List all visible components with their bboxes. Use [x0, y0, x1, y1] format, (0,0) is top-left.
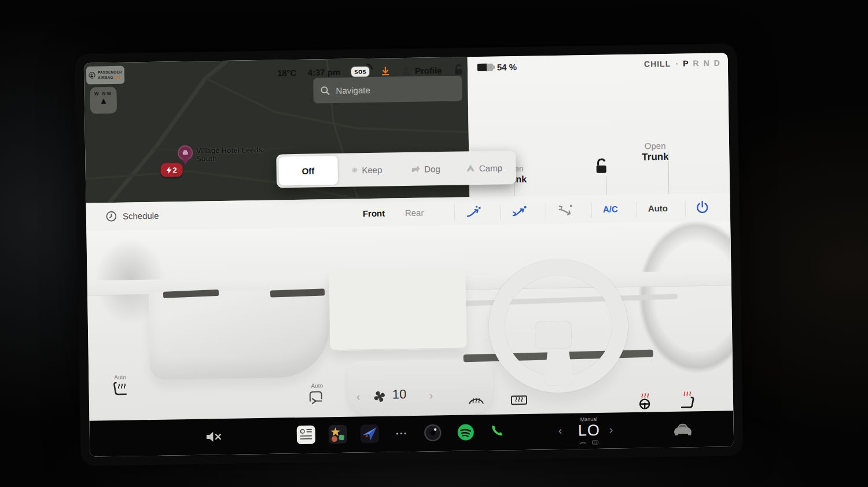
passenger-airbag-badge: PASSENGER AIRBAG ON — [86, 66, 124, 85]
search-icon — [320, 86, 330, 96]
dashboard-render — [86, 221, 733, 420]
separator-dot — [676, 63, 678, 64]
recirculation-auto-label: Auto — [311, 382, 323, 389]
sos-button[interactable]: sos — [351, 67, 369, 76]
phone-icon[interactable] — [489, 423, 505, 440]
mute-button[interactable] — [205, 430, 223, 443]
tab-rear[interactable]: Rear — [405, 208, 424, 218]
navigation-app-icon[interactable] — [361, 424, 379, 443]
climate-keeper-keep-option[interactable]: ❄ Keep — [337, 155, 396, 185]
vent-feet-button[interactable] — [557, 204, 573, 217]
active-defrost-indicators — [571, 440, 607, 446]
vent-face-button[interactable] — [466, 205, 482, 218]
navigate-search-input[interactable] — [336, 84, 440, 96]
spotify-icon[interactable] — [456, 422, 476, 442]
fan-icon — [372, 389, 388, 405]
profile-button[interactable]: Profile — [402, 65, 442, 76]
fan-speed-decrease-button[interactable]: ‹ — [356, 391, 361, 402]
gear-r: R — [693, 58, 698, 68]
tesla-touchscreen: Village Hotel Leeds South 2 A — [84, 53, 734, 456]
tab-front[interactable]: Front — [363, 208, 385, 219]
driver-seat-auto-label: Auto — [114, 374, 126, 380]
arcade-app-icon[interactable] — [329, 425, 347, 444]
lightning-icon — [166, 166, 171, 174]
outside-temperature: 18°C — [277, 68, 297, 78]
air-recirculation-button[interactable] — [307, 389, 325, 404]
vent-face-feet-button[interactable] — [512, 204, 528, 217]
front-defrost-mini-icon — [579, 440, 587, 446]
lock-status-icon[interactable] — [453, 64, 464, 75]
gear-indicator: P R N D — [683, 58, 720, 68]
vehicle-controls-icon[interactable] — [671, 422, 694, 437]
person-icon — [402, 65, 411, 75]
unlocked-padlock-button[interactable] — [593, 158, 609, 175]
gear-d: D — [714, 58, 720, 68]
clock-icon — [106, 211, 117, 222]
drive-mode-status: CHILL P R N D — [644, 58, 720, 69]
temp-decrease-button[interactable]: ‹ — [558, 425, 562, 436]
passenger-seat-heater-button[interactable] — [678, 390, 696, 409]
temperature-control[interactable]: Manual LO — [571, 416, 607, 446]
gear-n: N — [703, 58, 709, 68]
climate-keeper-dog-option[interactable]: Dog — [396, 154, 455, 184]
profile-label: Profile — [415, 65, 442, 76]
map-poi-label: Village Hotel Leeds South — [196, 146, 263, 164]
hotel-icon — [182, 149, 189, 156]
fan-speed-value: 10 — [392, 387, 407, 402]
wheel-hub — [535, 321, 572, 349]
dog-icon — [411, 165, 420, 173]
map-pin-supercharger[interactable]: 2 — [160, 163, 182, 177]
tent-icon — [466, 164, 475, 171]
battery-percent: 54 % — [497, 62, 517, 72]
sos-phone-icon — [366, 63, 373, 69]
ac-button[interactable]: A/C — [603, 204, 618, 214]
driver-seat-heater-button[interactable] — [112, 381, 129, 398]
front-defrost-button[interactable] — [468, 393, 485, 407]
temp-value[interactable]: LO — [571, 422, 607, 439]
wheel-spoke — [543, 347, 574, 386]
acceleration-mode-label: CHILL — [644, 59, 671, 69]
more-apps-button[interactable]: ••• — [392, 430, 412, 437]
dashcam-icon[interactable] — [423, 423, 443, 443]
passenger-dash-block — [149, 289, 330, 380]
battery-status[interactable]: 54 % — [477, 62, 517, 72]
navigate-search-box[interactable] — [313, 76, 462, 104]
climate-keeper-camp-option[interactable]: Camp — [455, 153, 514, 183]
clock: 4:37 pm — [307, 67, 340, 77]
temp-increase-button[interactable]: › — [609, 424, 613, 435]
airbag-badge-text: PASSENGER AIRBAG ON — [98, 70, 122, 80]
compass-widget[interactable]: W NW ▲ — [90, 87, 117, 114]
rear-defrost-mini-icon — [591, 440, 599, 445]
climate-power-button[interactable] — [696, 200, 709, 215]
radio-app-icon[interactable] — [297, 426, 315, 444]
right-apillar-shading — [620, 221, 734, 396]
software-update-download-icon[interactable] — [380, 65, 391, 76]
climate-keeper-off-option[interactable]: Off — [278, 156, 337, 186]
airbag-off-icon — [89, 70, 95, 80]
rear-defrost-button[interactable] — [510, 393, 528, 407]
battery-icon — [477, 64, 493, 71]
fan-speed-increase-button[interactable]: › — [429, 390, 433, 401]
snowflake-icon: ❄ — [351, 166, 358, 174]
lock-pointer-line — [606, 177, 607, 195]
steering-wheel-heater-button[interactable] — [637, 392, 653, 409]
center-console-render — [348, 359, 493, 417]
schedule-button[interactable]: Schedule — [106, 210, 159, 222]
gear-p: P — [683, 58, 689, 68]
center-display-render — [329, 268, 466, 351]
climate-panel: Schedule Front Rear A/C Auto — [86, 193, 734, 420]
climate-keeper-popup: Off ❄ Keep Dog Camp — [276, 151, 516, 188]
climate-auto-button[interactable]: Auto — [648, 203, 668, 214]
compass-arrow-icon: ▲ — [90, 96, 117, 105]
